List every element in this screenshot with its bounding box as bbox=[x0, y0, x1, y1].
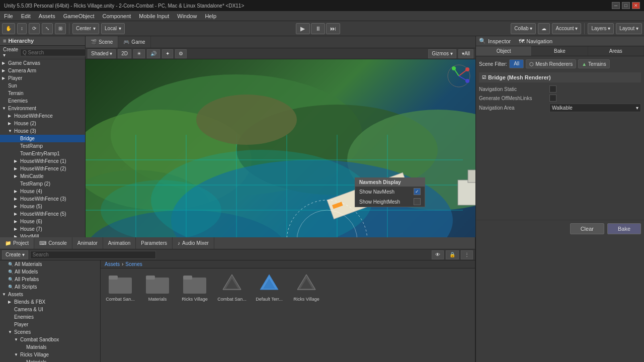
menu-item-help[interactable]: Help bbox=[201, 11, 220, 21]
proj-tree-item[interactable]: Camera & UI bbox=[0, 306, 100, 313]
hier-item[interactable]: ▶House (6) bbox=[0, 218, 85, 225]
asset-item[interactable]: Ricks Village bbox=[177, 270, 212, 304]
scene-canvas[interactable]: Navmesh Display Show NavMesh ✓ Show Heig… bbox=[86, 59, 475, 237]
component-checkbox[interactable]: ☑ bbox=[482, 75, 486, 80]
hier-item[interactable]: TownEntryRamp1 bbox=[0, 150, 85, 157]
layout-dropdown[interactable]: Layout ▾ bbox=[616, 23, 642, 34]
breadcrumb-scenes[interactable]: Scenes bbox=[125, 261, 142, 267]
proj-tree-item[interactable]: 🔍All Materials bbox=[0, 260, 100, 268]
hier-item[interactable]: ▶WindMill bbox=[0, 233, 85, 237]
project-search[interactable] bbox=[30, 251, 156, 259]
hier-item[interactable]: ▼House (3) bbox=[0, 127, 85, 135]
filter-terrain-btn[interactable]: ▲ Terrains bbox=[578, 59, 609, 68]
hier-item[interactable]: TestRamp bbox=[0, 142, 85, 150]
pause-btn[interactable]: ⏸ bbox=[311, 23, 325, 34]
proj-tree-item[interactable]: 🔍All Prefabs bbox=[0, 276, 100, 283]
parameters-tab[interactable]: Parameters bbox=[136, 237, 173, 249]
proj-tree-item[interactable]: ▶Blends & FBX bbox=[0, 298, 100, 306]
proj-lock-btn[interactable]: 🔒 bbox=[446, 250, 459, 259]
proj-create-btn[interactable]: Create ▾ bbox=[2, 250, 28, 259]
tool-scale[interactable]: ⤡ bbox=[42, 23, 53, 34]
proj-tree-item[interactable]: Materials bbox=[0, 343, 100, 351]
show-navmesh-item[interactable]: Show NavMesh ✓ bbox=[355, 187, 425, 197]
scene-tab[interactable]: 🎬 Scene bbox=[86, 36, 118, 48]
cloud-btn[interactable]: ☁ bbox=[538, 23, 550, 34]
hier-item[interactable]: ▶House (7) bbox=[0, 225, 85, 233]
asset-item[interactable]: Combat San... bbox=[214, 270, 250, 304]
show-heightmesh-check[interactable] bbox=[414, 198, 421, 205]
hier-item[interactable]: Terrain bbox=[0, 89, 85, 97]
hier-item[interactable]: ▶HouseWithFence (5) bbox=[0, 210, 85, 218]
proj-eye-btn[interactable]: 👁 bbox=[432, 250, 444, 259]
show-navmesh-check[interactable]: ✓ bbox=[414, 188, 421, 195]
asset-item[interactable]: Default Terr... bbox=[252, 270, 287, 304]
shading-dropdown[interactable]: Shaded ▾ bbox=[88, 49, 116, 58]
hier-item[interactable]: ▶HouseWithFence (1) bbox=[0, 157, 85, 165]
proj-tree-item[interactable]: Materials bbox=[0, 358, 100, 362]
account-dropdown[interactable]: Account ▾ bbox=[552, 23, 581, 34]
hier-item[interactable]: Sun bbox=[0, 82, 85, 89]
hier-item[interactable]: ▶MiniCastle bbox=[0, 172, 85, 180]
maximize-btn[interactable]: □ bbox=[622, 2, 630, 9]
tool-move[interactable]: ↕ bbox=[17, 23, 27, 34]
local-dropdown[interactable]: Local▾ bbox=[101, 23, 125, 34]
minimize-btn[interactable]: ─ bbox=[612, 2, 620, 9]
menu-item-assets[interactable]: Assets bbox=[35, 11, 59, 21]
menu-item-window[interactable]: Window bbox=[173, 11, 201, 21]
audio-btn[interactable]: 🔊 bbox=[147, 49, 160, 58]
play-btn[interactable]: ▶ bbox=[296, 23, 310, 34]
pivot-dropdown[interactable]: Center▾ bbox=[72, 23, 99, 34]
2d-btn[interactable]: 2D bbox=[118, 49, 131, 58]
nav-area-dropdown[interactable]: Walkable ▾ bbox=[549, 104, 641, 112]
fx-btn[interactable]: ✦ bbox=[162, 49, 173, 58]
animator-tab[interactable]: Animator bbox=[72, 237, 103, 249]
proj-tree-item[interactable]: ▼Ricks Village bbox=[0, 351, 100, 358]
proj-tree-item[interactable]: 🔍All Models bbox=[0, 268, 100, 276]
console-tab[interactable]: ⌨ Console bbox=[34, 237, 72, 249]
asset-item[interactable]: Materials bbox=[140, 270, 175, 304]
nav-static-checkbox[interactable] bbox=[549, 85, 556, 93]
menu-item-gameobject[interactable]: GameObject bbox=[59, 11, 99, 21]
animation-tab[interactable]: Animation bbox=[103, 237, 136, 249]
hier-item[interactable]: ▶HouseWithFence (2) bbox=[0, 165, 85, 172]
asset-item[interactable]: Ricks Village bbox=[289, 270, 324, 304]
menu-item-edit[interactable]: Edit bbox=[17, 11, 35, 21]
tool-rect[interactable]: ⊞ bbox=[55, 23, 66, 34]
hier-item[interactable]: ▶House (4) bbox=[0, 188, 85, 195]
project-tab[interactable]: 📁 Project bbox=[0, 237, 34, 249]
menu-item-mobile input[interactable]: Mobile Input bbox=[135, 11, 173, 21]
filter-all-btn[interactable]: All bbox=[509, 59, 524, 68]
menu-item-component[interactable]: Component bbox=[98, 11, 135, 21]
lighting-btn[interactable]: ☀ bbox=[133, 49, 145, 58]
step-btn[interactable]: ⏭ bbox=[326, 23, 340, 34]
proj-more-btn[interactable]: ⋮ bbox=[461, 250, 473, 259]
filter-mesh-btn[interactable]: ⬡ Mesh Renderers bbox=[526, 59, 576, 68]
collab-dropdown[interactable]: Collab ▾ bbox=[511, 23, 536, 34]
proj-tree-item[interactable]: 🔍All Scripts bbox=[0, 283, 100, 291]
window-controls[interactable]: ─ □ ✕ bbox=[612, 2, 640, 9]
hier-item[interactable]: TestRamp (2) bbox=[0, 180, 85, 188]
close-btn[interactable]: ✕ bbox=[632, 2, 640, 9]
hierarchy-search[interactable] bbox=[20, 49, 89, 56]
audio-mixer-tab[interactable]: ♪ Audio Mixer bbox=[173, 237, 214, 249]
menu-item-file[interactable]: File bbox=[0, 11, 17, 21]
scene-settings[interactable]: ⚙ bbox=[175, 49, 187, 58]
game-tab[interactable]: 🎮 Game bbox=[118, 36, 150, 48]
asset-item[interactable]: Combat San... bbox=[103, 270, 138, 304]
hier-item[interactable]: ▼Environment bbox=[0, 105, 85, 112]
clear-btn[interactable]: Clear bbox=[570, 223, 604, 234]
breadcrumb-assets[interactable]: Assets bbox=[105, 261, 120, 267]
tab-object[interactable]: Object bbox=[476, 46, 532, 56]
hier-item[interactable]: ▶Game Canvas bbox=[0, 59, 85, 67]
bake-btn[interactable]: Bake bbox=[607, 223, 641, 234]
hier-item[interactable]: Bridge bbox=[0, 135, 85, 142]
hier-item[interactable]: ▶Camera Arm bbox=[0, 67, 85, 74]
gizmos-btn[interactable]: Gizmos ▾ bbox=[428, 49, 456, 58]
hier-item[interactable]: ▶House (2) bbox=[0, 120, 85, 127]
all-btn[interactable]: ▾All bbox=[458, 49, 473, 58]
tool-hand[interactable]: ✋ bbox=[2, 23, 15, 34]
tab-areas[interactable]: Areas bbox=[588, 46, 644, 56]
proj-tree-item[interactable]: ▼Scenes bbox=[0, 328, 100, 336]
proj-tree-item[interactable]: ▼Assets bbox=[0, 291, 100, 298]
tab-bake[interactable]: Bake bbox=[532, 46, 588, 56]
